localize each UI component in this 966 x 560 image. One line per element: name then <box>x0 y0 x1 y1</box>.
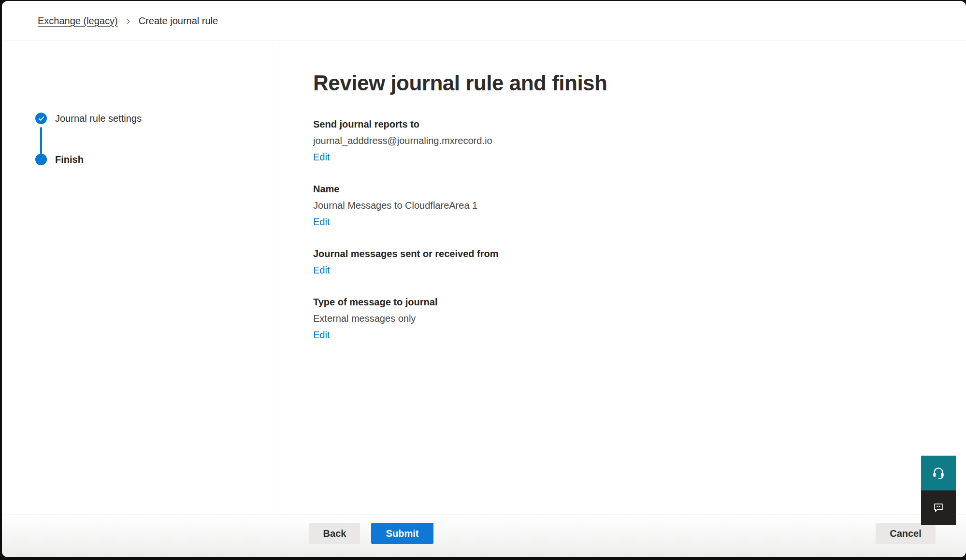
review-section-name: Name Journal Messages to CloudflareArea … <box>313 181 947 230</box>
checkmark-icon <box>35 113 47 124</box>
floating-side-buttons <box>921 456 956 525</box>
wizard-steps-panel: Journal rule settings Finish <box>2 42 279 515</box>
content-area: Journal rule settings Finish Review jour… <box>2 42 966 515</box>
breadcrumb-exchange-legacy[interactable]: Exchange (legacy) <box>38 15 118 27</box>
feedback-button[interactable] <box>921 490 956 525</box>
review-section-sent-or-received: Journal messages sent or received from E… <box>313 245 947 278</box>
current-step-dot <box>35 154 47 165</box>
step-connector-line <box>40 127 42 154</box>
section-label: Send journal reports to <box>313 116 947 132</box>
cancel-button[interactable]: Cancel <box>876 523 936 544</box>
app-window: Exchange (legacy) Create journal rule Jo… <box>2 1 966 557</box>
chevron-right-icon <box>125 17 132 25</box>
headset-icon <box>931 465 946 481</box>
page-title: Review journal rule and finish <box>313 69 947 98</box>
step-label: Journal rule settings <box>55 112 142 125</box>
edit-link-sent-or-received[interactable]: Edit <box>313 262 330 278</box>
wizard-step-finish[interactable]: Finish <box>35 153 84 166</box>
breadcrumb-current-page: Create journal rule <box>139 15 218 27</box>
top-bar: Exchange (legacy) Create journal rule <box>2 1 966 41</box>
wizard-step-journal-rule-settings[interactable]: Journal rule settings <box>35 112 142 125</box>
section-value: journal_adddress@journaling.mxrecord.io <box>313 132 947 149</box>
edit-link-send-reports[interactable]: Edit <box>313 149 330 165</box>
section-value: Journal Messages to CloudflareArea 1 <box>313 197 947 214</box>
review-section-send-reports-to: Send journal reports to journal_adddress… <box>313 116 947 165</box>
breadcrumb: Exchange (legacy) Create journal rule <box>38 15 218 27</box>
review-section-message-type: Type of message to journal External mess… <box>313 294 947 343</box>
wizard-footer: Back Submit Cancel <box>2 515 966 557</box>
edit-link-message-type[interactable]: Edit <box>313 327 330 343</box>
submit-button[interactable]: Submit <box>371 523 433 544</box>
back-button[interactable]: Back <box>309 523 360 544</box>
help-support-button[interactable] <box>921 456 956 490</box>
chat-bubble-icon <box>932 501 945 516</box>
section-label: Name <box>313 181 947 197</box>
section-value: External messages only <box>313 310 947 327</box>
section-label: Journal messages sent or received from <box>313 245 947 262</box>
step-label: Finish <box>55 153 84 166</box>
review-pane: Review journal rule and finish Send jour… <box>279 42 966 515</box>
edit-link-name[interactable]: Edit <box>313 214 330 230</box>
section-label: Type of message to journal <box>313 294 947 310</box>
